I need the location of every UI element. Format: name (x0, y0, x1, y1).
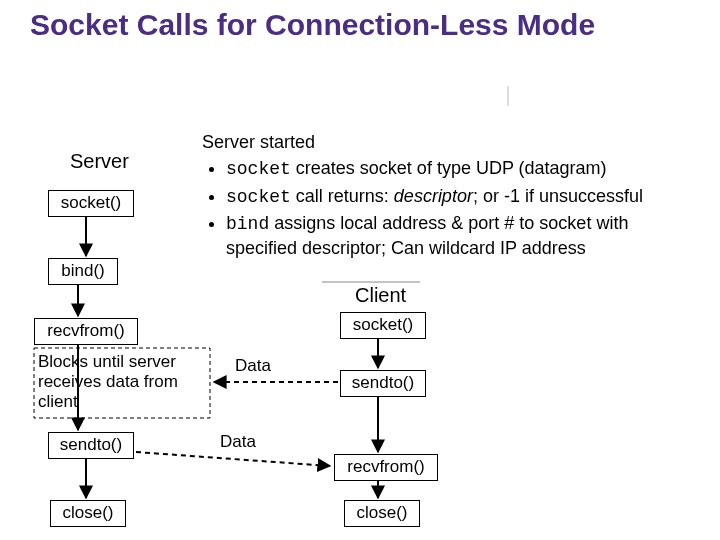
info-text-1b: creates socket of type UDP (datagram) (291, 158, 607, 178)
server-socket-box: socket() (48, 190, 134, 217)
info-text-2d: ; or -1 if unsuccessful (473, 186, 643, 206)
client-sendto-box: sendto() (340, 370, 426, 397)
info-item-socket-create: socket creates socket of type UDP (datag… (226, 156, 702, 181)
server-recvfrom-box: recvfrom() (34, 318, 138, 345)
client-recvfrom-box: recvfrom() (334, 454, 438, 481)
info-item-socket-return: socket call returns: descriptor; or -1 i… (226, 184, 702, 209)
server-bind-box: bind() (48, 258, 118, 285)
info-block: Server started socket creates socket of … (202, 130, 702, 262)
client-socket-box: socket() (340, 312, 426, 339)
server-sendto-box: sendto() (48, 432, 134, 459)
data-label-1: Data (235, 356, 271, 376)
info-list: socket creates socket of type UDP (datag… (202, 156, 702, 260)
mono-bind: bind (226, 214, 269, 234)
blocks-note: Blocks until server receives data from c… (38, 352, 208, 412)
info-header: Server started (202, 130, 702, 154)
data-label-2: Data (220, 432, 256, 452)
client-close-box: close() (344, 500, 420, 527)
server-column-label: Server (70, 150, 129, 173)
mono-socket-1: socket (226, 159, 291, 179)
mono-socket-2: socket (226, 187, 291, 207)
info-text-3b: assigns local address & port # to socket… (226, 213, 628, 258)
info-text-descriptor: descriptor (394, 186, 473, 206)
client-column-label: Client (355, 284, 406, 307)
server-close-box: close() (50, 500, 126, 527)
info-text-2b: call returns: (291, 186, 394, 206)
page-title: Socket Calls for Connection-Less Mode (30, 8, 650, 43)
info-item-bind: bind assigns local address & port # to s… (226, 211, 702, 261)
svg-line-10 (136, 452, 330, 466)
